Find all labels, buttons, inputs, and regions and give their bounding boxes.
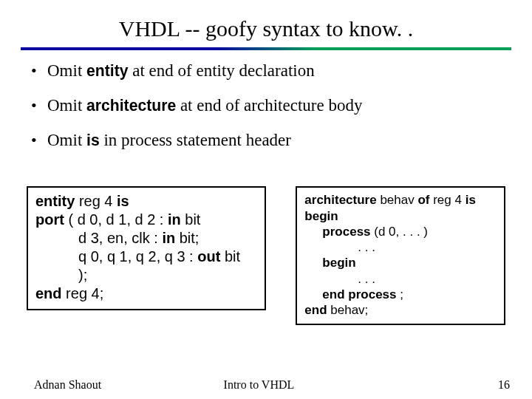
title-rule: [21, 47, 511, 50]
bullet-keyword: is: [86, 132, 100, 149]
slide: VHDL -- goofy syntax to know. . Omit ent…: [0, 0, 532, 399]
bullet-item: Omit entity at end of entity declaration: [27, 61, 511, 82]
code-line: begin: [304, 208, 497, 224]
code-line: end process ;: [304, 287, 497, 302]
code-line: q 0, q 1, q 2, q 3 : out bit: [35, 248, 257, 266]
code-row: entity reg 4 is port ( d 0, d 1, d 2 : i…: [21, 186, 511, 325]
code-box-architecture: architecture behav of reg 4 is begin pro…: [296, 186, 505, 325]
footer-title: Intro to VHDL: [224, 378, 295, 392]
bullet-text-post: at end of architecture body: [176, 96, 362, 115]
footer: Adnan Shaout Intro to VHDL 16: [0, 378, 532, 392]
code-line: );: [35, 266, 257, 284]
code-line: . . .: [304, 239, 497, 255]
bullet-text-pre: Omit: [47, 61, 86, 80]
bullet-text-pre: Omit: [47, 131, 86, 149]
code-line: port ( d 0, d 1, d 2 : in bit: [35, 211, 257, 229]
bullet-item: Omit architecture at end of architecture…: [27, 95, 511, 117]
bullet-text-pre: Omit: [47, 96, 86, 115]
slide-title: VHDL -- goofy syntax to know. .: [21, 16, 511, 41]
bullet-item: Omit is in process statement header: [27, 130, 511, 151]
code-box-entity: entity reg 4 is port ( d 0, d 1, d 2 : i…: [27, 186, 266, 310]
code-line: architecture behav of reg 4 is: [304, 192, 497, 208]
footer-author: Adnan Shaout: [34, 378, 101, 392]
bullet-text-post: at end of entity declaration: [128, 61, 314, 80]
footer-page: 16: [498, 378, 510, 392]
code-line: d 3, en, clk : in bit;: [35, 229, 257, 248]
code-line: . . .: [304, 271, 497, 287]
code-line: begin: [304, 255, 497, 270]
bullet-keyword: architecture: [86, 97, 176, 114]
code-line: end reg 4;: [35, 284, 257, 303]
code-line: process (d 0, . . . ): [304, 224, 497, 239]
code-line: entity reg 4 is: [35, 192, 257, 211]
bullet-keyword: entity: [86, 62, 128, 79]
bullet-list: Omit entity at end of entity declaration…: [27, 61, 511, 151]
code-line: end behav;: [304, 302, 497, 318]
bullet-text-post: in process statement header: [100, 131, 291, 149]
